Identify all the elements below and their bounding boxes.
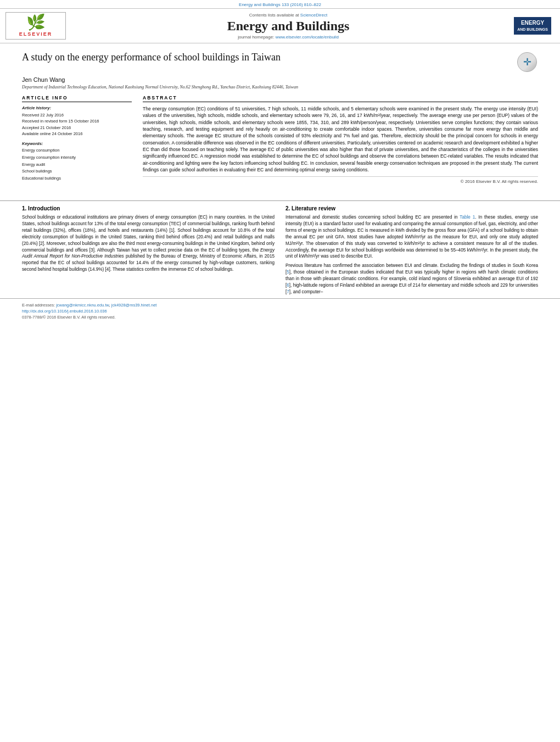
contents-line: Contents lists available at ScienceDirec… xyxy=(74,13,503,18)
section2-heading: 2. Literature review xyxy=(285,205,538,211)
energy-buildings-badge: ENERGY AND BUILDINGS xyxy=(514,17,551,35)
sciencedirect-link[interactable]: ScienceDirect xyxy=(300,13,327,18)
body-columns: 1. Introduction School buildings or educ… xyxy=(0,205,560,298)
email-line: E-mail addresses: jcwang@nkmicc.nknu.edu… xyxy=(22,302,538,308)
journal-center: Contents lists available at ScienceDirec… xyxy=(74,13,503,40)
article-title: A study on the energy performance of sch… xyxy=(22,51,508,64)
elsevier-wordmark: ELSEVIER xyxy=(19,31,53,37)
journal-homepage: journal homepage: www.elsevier.com/locat… xyxy=(74,35,503,40)
abstract-text: The energy consumption (EC) conditions o… xyxy=(143,105,538,173)
keywords-list: Energy consumption Energy consumption in… xyxy=(22,147,132,182)
body-divider xyxy=(0,200,560,201)
article-info-heading: ARTICLE INFO xyxy=(22,95,132,102)
journal-badge-right: ENERGY AND BUILDINGS xyxy=(511,17,555,35)
journal-ref-text: Energy and Buildings 133 (2016) 810–822 xyxy=(239,2,321,7)
elsevier-tree-icon: 🌿 xyxy=(26,15,46,30)
article-info-abstract-row: ARTICLE INFO Article history: Received 2… xyxy=(22,95,538,184)
article-title-row: A study on the energy performance of sch… xyxy=(22,51,538,73)
author-name: Jen Chun Wang xyxy=(22,76,538,83)
keywords-label: Keywords: xyxy=(22,141,132,146)
section1-para1: School buildings or educational institut… xyxy=(22,214,275,273)
author-affiliation: Department of Industrial Technology Educ… xyxy=(22,85,538,90)
main-content: A study on the energy performance of sch… xyxy=(0,43,560,195)
section1-col: 1. Introduction School buildings or educ… xyxy=(22,205,275,298)
footnote-area: E-mail addresses: jcwang@nkmicc.nknu.edu… xyxy=(0,298,560,323)
article-dates: Received 22 July 2016 Received in revise… xyxy=(22,112,132,137)
crossmark-badge[interactable]: ✛ xyxy=(517,52,538,73)
section1-heading: 1. Introduction xyxy=(22,205,275,211)
abstract-heading: ABSTRACT xyxy=(143,95,538,102)
section2-para1: International and domestic studies conce… xyxy=(285,214,538,260)
elsevier-logo: 🌿 ELSEVIER xyxy=(5,12,66,40)
abstract-col: ABSTRACT The energy consumption (EC) con… xyxy=(143,95,538,184)
article-info-col: ARTICLE INFO Article history: Received 2… xyxy=(22,95,132,184)
section2-para2: Previous literature has confirmed the as… xyxy=(285,263,538,295)
email2-link[interactable]: jck4928@ms39.hinet.net xyxy=(111,303,157,308)
homepage-link[interactable]: www.elsevier.com/locate/enbuild xyxy=(276,35,339,40)
journal-title: Energy and Buildings xyxy=(74,19,503,34)
rights-line: 0378-7788/© 2016 Elsevier B.V. All right… xyxy=(22,314,538,320)
doi-line[interactable]: http://dx.doi.org/10.1016/j.enbuild.2016… xyxy=(22,308,538,314)
copyright-line: © 2016 Elsevier B.V. All rights reserved… xyxy=(143,176,538,184)
article-history-label: Article history: xyxy=(22,105,132,110)
crossmark-icon: ✛ xyxy=(517,52,537,72)
email1-link[interactable]: jcwang@nkmicc.nknu.edu.tw xyxy=(56,303,109,308)
journal-header: 🌿 ELSEVIER Contents lists available at S… xyxy=(0,8,560,43)
journal-ref: Energy and Buildings 133 (2016) 810–822 xyxy=(0,0,560,8)
section2-col: 2. Literature review International and d… xyxy=(285,205,538,298)
